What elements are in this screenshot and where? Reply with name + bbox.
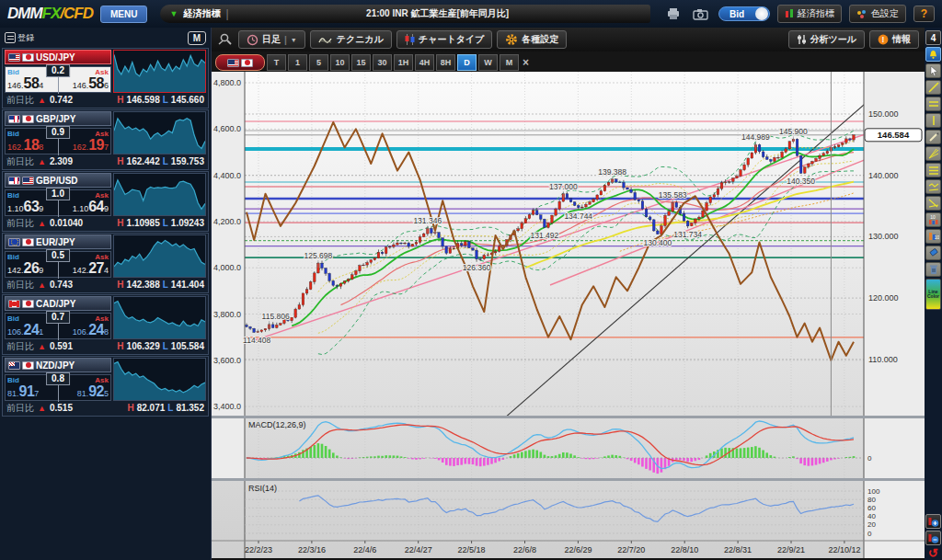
quote-box[interactable]: Bid Ask 0.7 106.241 106.248 xyxy=(5,313,111,339)
fibonacci-fan-icon[interactable] xyxy=(925,146,941,161)
bid-price[interactable]: 162.188 xyxy=(7,137,43,154)
angle-line-icon[interactable] xyxy=(925,196,941,211)
change-value: 0.743 xyxy=(50,280,73,290)
bid-price[interactable]: 106.241 xyxy=(7,322,43,338)
chart-tab-bar: T151015301H4H8HDWM × xyxy=(212,51,925,72)
ask-price[interactable]: 146.586 xyxy=(73,75,109,92)
mini-chart[interactable] xyxy=(113,111,206,154)
mini-chart[interactable] xyxy=(113,358,206,401)
svg-text:140.350: 140.350 xyxy=(787,177,815,186)
timeframe-W[interactable]: W xyxy=(478,54,498,71)
bid-price[interactable]: 142.269 xyxy=(7,260,43,277)
layout-count-button[interactable]: 4 xyxy=(925,30,941,45)
pair-panel[interactable]: EUR/JPY Bid Ask 0.5 142.269 142.274 前日比 … xyxy=(2,233,209,293)
timeframe-M[interactable]: M xyxy=(500,54,519,71)
parallel-lines-icon[interactable] xyxy=(925,163,941,177)
period-dropdown[interactable]: 日足|▼ xyxy=(238,30,305,49)
analysis-tools-button[interactable]: 分析ツール xyxy=(788,30,865,49)
pair-name: USD/JPY xyxy=(36,52,75,63)
help-button[interactable]: ? xyxy=(913,6,935,22)
bid-price[interactable]: 1.10639 xyxy=(7,199,43,215)
menu-button[interactable]: MENU xyxy=(100,6,147,23)
pair-panel[interactable]: GBP/JPY Bid Ask 0.9 162.188 162.197 前日比 … xyxy=(2,109,209,170)
bar-count-red-icon[interactable]: 10 xyxy=(925,212,941,227)
active-pair-tab[interactable] xyxy=(215,54,265,71)
timeframe-30[interactable]: 30 xyxy=(373,54,392,71)
pair-panel[interactable]: USD/JPY Bid Ask 0.2 146.584 146.586 前日比 … xyxy=(2,48,209,109)
mode-button[interactable]: M xyxy=(188,31,206,45)
technical-button[interactable]: テクニカル xyxy=(310,30,392,49)
date-tick: 22/4/27 xyxy=(405,545,432,554)
candle-zoom-in-icon[interactable] xyxy=(925,514,941,529)
pair-panel[interactable]: GBP/USD Bid Ask 1.0 1.10639 1.10649 前日比 … xyxy=(2,171,209,232)
trash-icon[interactable] xyxy=(925,262,941,277)
quote-box[interactable]: Bid Ask 0.8 81.917 81.925 xyxy=(5,374,111,401)
bid-price[interactable]: 146.584 xyxy=(7,75,43,92)
timeframe-5[interactable]: 5 xyxy=(309,54,328,71)
candle-zoom-out-icon[interactable] xyxy=(925,531,941,545)
cursor-icon[interactable] xyxy=(925,63,941,78)
quote-box[interactable]: Bid Ask 1.0 1.10639 1.10649 xyxy=(5,189,111,216)
low-label: L xyxy=(167,403,173,413)
ask-price[interactable]: 142.274 xyxy=(73,260,109,277)
high-label: H xyxy=(117,280,123,290)
camera-icon[interactable] xyxy=(691,6,711,22)
high-label: H xyxy=(117,218,123,228)
flag-icon xyxy=(8,238,20,246)
alarm-bell-icon[interactable] xyxy=(925,47,941,62)
timeframe-8H[interactable]: 8H xyxy=(436,54,455,71)
svg-text:10: 10 xyxy=(935,234,939,240)
magnifier-icon[interactable] xyxy=(217,32,234,47)
bar-count-blue-icon[interactable]: 10 xyxy=(925,229,941,244)
quote-box[interactable]: Bid Ask 0.5 142.269 142.274 xyxy=(5,251,111,278)
high-value: 146.598 xyxy=(127,95,160,105)
timeframe-1H[interactable]: 1H xyxy=(394,54,413,71)
mini-chart[interactable] xyxy=(113,234,206,278)
info-button[interactable]: ! 情報 xyxy=(869,30,919,49)
mini-chart[interactable] xyxy=(113,296,206,339)
line-color-button[interactable]: Line Color xyxy=(925,279,941,310)
mini-chart[interactable] xyxy=(113,50,206,93)
spread-stem xyxy=(58,323,59,340)
mini-chart[interactable] xyxy=(113,173,206,216)
bid-ask-toggle[interactable]: Bid xyxy=(718,6,770,21)
settings-button[interactable]: 各種設定 xyxy=(497,30,567,49)
timeframe-1[interactable]: 1 xyxy=(288,54,307,71)
timeframe-T[interactable]: T xyxy=(267,54,286,71)
color-settings-button[interactable]: 色設定 xyxy=(849,5,906,23)
timeframe-4H[interactable]: 4H xyxy=(415,54,434,71)
economic-indicators-button[interactable]: 経済指標 xyxy=(777,5,842,23)
bid-price[interactable]: 81.917 xyxy=(7,383,39,400)
ask-price[interactable]: 1.10649 xyxy=(73,199,109,215)
printer-icon[interactable] xyxy=(663,6,684,22)
price-chart[interactable]: 4,800.04,600.04,400.04,200.04,000.03,800… xyxy=(212,72,925,560)
ask-price[interactable]: 106.248 xyxy=(73,322,109,338)
register-button[interactable]: 登録 xyxy=(5,32,34,44)
horizontal-line-icon[interactable] xyxy=(925,97,941,111)
ticker-tab-label: 経済指標 xyxy=(183,7,220,20)
pair-panel[interactable]: CAD/JPY Bid Ask 0.7 106.241 106.248 前日比 … xyxy=(2,294,209,355)
flag-us-icon xyxy=(227,59,239,67)
quote-box[interactable]: Bid Ask 0.9 162.188 162.197 xyxy=(5,128,111,154)
freehand-draw-icon[interactable] xyxy=(925,130,941,144)
ask-price[interactable]: 81.925 xyxy=(77,383,109,400)
timeframe-15[interactable]: 15 xyxy=(351,54,371,71)
svg-text:131.734: 131.734 xyxy=(673,230,702,239)
quote-box[interactable]: Bid Ask 0.2 146.584 146.586 xyxy=(5,66,111,93)
timeframe-10[interactable]: 10 xyxy=(330,54,350,71)
wave-channel-icon[interactable] xyxy=(925,179,941,194)
low-label: L xyxy=(163,280,168,290)
low-label: L xyxy=(163,218,168,228)
left-axis-tick: 3,800.0 xyxy=(213,310,241,319)
left-axis-tick: 4,600.0 xyxy=(213,124,241,133)
chart-type-button[interactable]: チャートタイプ xyxy=(396,30,492,49)
vertical-line-icon[interactable] xyxy=(925,113,941,128)
undo-arrow-icon[interactable]: ↺ xyxy=(925,546,941,560)
eraser-icon[interactable] xyxy=(925,246,941,260)
timeframe-D[interactable]: D xyxy=(457,54,477,71)
ask-price[interactable]: 162.197 xyxy=(73,137,109,154)
close-tab-icon[interactable]: × xyxy=(523,54,529,71)
pair-panel[interactable]: NZD/JPY Bid Ask 0.8 81.917 81.925 前日比 ▲ xyxy=(2,356,209,417)
trend-line-icon[interactable] xyxy=(925,80,941,95)
economic-news-ticker[interactable]: ▼ 経済指標 | 21:00 INR 鉱工業生産[前年同月比] xyxy=(160,5,649,23)
